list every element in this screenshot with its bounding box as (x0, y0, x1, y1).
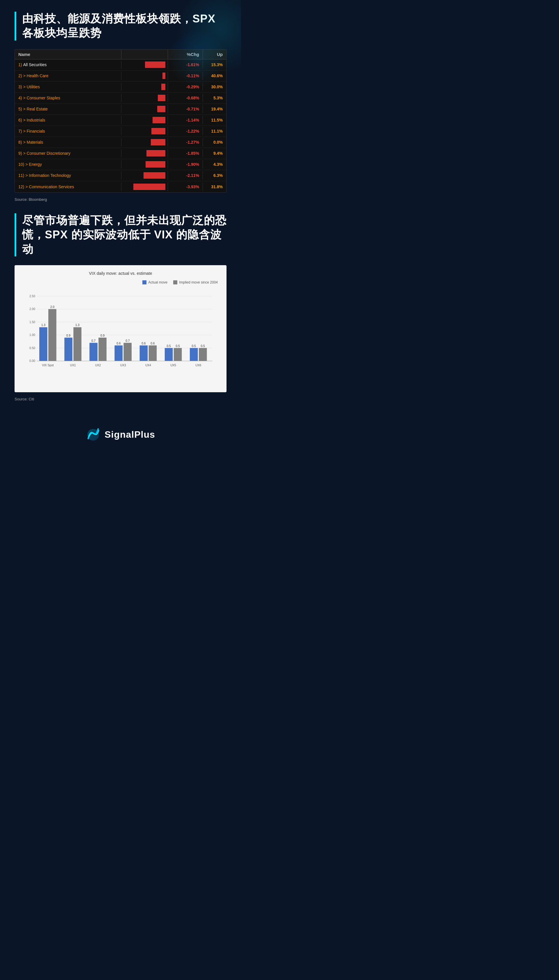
svg-rect-44 (199, 348, 207, 361)
chart-svg: 0.000.501.001.502.002.501.32.0VIX Spot0.… (23, 287, 218, 381)
cell-pct: -1.90% (168, 160, 203, 168)
table-row: 9)> Consumer Discretionary-1.85%9.4% (15, 148, 226, 159)
svg-text:2.00: 2.00 (30, 307, 35, 311)
svg-text:0.5: 0.5 (192, 344, 196, 347)
svg-text:UX2: UX2 (95, 364, 101, 367)
svg-rect-14 (48, 309, 56, 361)
cell-name: 9)> Consumer Discretionary (15, 149, 121, 158)
table-row: 4)> Consumer Staples-0.68%5.3% (15, 93, 226, 104)
table-row: 1)All Securities-1.61%15.3% (15, 60, 226, 71)
section2-title-block: 尽管市场普遍下跌，但并未出现广泛的恐慌，SPX 的实际波动低于 VIX 的隐含波… (15, 213, 227, 257)
svg-text:VIX Spot: VIX Spot (42, 364, 54, 367)
cell-up: 31.8% (203, 183, 226, 191)
cell-bar (121, 182, 168, 191)
cell-pct: -0.29% (168, 83, 203, 91)
legend-actual-label: Actual move (148, 280, 167, 284)
cell-up: 9.4% (203, 149, 226, 158)
svg-text:2.50: 2.50 (30, 295, 35, 298)
svg-rect-42 (190, 348, 198, 361)
svg-text:UX6: UX6 (195, 364, 201, 367)
footer-brand-name: SignalPlus (104, 429, 155, 440)
col-header-bar (121, 50, 168, 59)
col-header-pct: %Chg (168, 50, 203, 59)
cell-up: 4.3% (203, 160, 226, 168)
svg-text:0.6: 0.6 (142, 342, 146, 345)
cell-up: 40.6% (203, 72, 226, 80)
vix-chart-wrapper: VIX daily move: actual vs. estimate Actu… (15, 265, 227, 392)
cell-pct: -1.61% (168, 61, 203, 69)
svg-text:UX4: UX4 (145, 364, 151, 367)
cell-up: 0.0% (203, 138, 226, 146)
cell-bar (121, 60, 168, 69)
footer: SignalPlus (15, 419, 227, 442)
cell-up: 5.3% (203, 94, 226, 102)
cell-name: 3)> Utilities (15, 83, 121, 91)
svg-text:1.3: 1.3 (41, 323, 45, 327)
table-row: 12)> Communication Services-3.93%31.8% (15, 181, 226, 192)
legend-implied-box (173, 280, 177, 284)
svg-text:0.9: 0.9 (101, 334, 104, 337)
legend-actual: Actual move (142, 280, 167, 284)
svg-point-48 (88, 429, 99, 441)
table-header: Name %Chg Up (15, 50, 226, 60)
svg-rect-39 (174, 348, 182, 361)
svg-text:0.5: 0.5 (167, 344, 170, 347)
cell-up: 11.5% (203, 116, 226, 124)
svg-rect-19 (73, 327, 81, 361)
svg-rect-12 (39, 327, 48, 361)
section2-source: Source: Citi (15, 397, 227, 401)
svg-rect-34 (149, 345, 157, 361)
svg-text:2.0: 2.0 (50, 305, 55, 308)
cell-pct: -0.11% (168, 72, 203, 80)
cell-bar (121, 149, 168, 158)
page-wrapper: 由科技、能源及消费性板块领跌，SPX 各板块均呈跌势 Name %Chg Up … (0, 0, 241, 980)
cell-bar (121, 83, 168, 91)
cell-name: 11)> Information Technology (15, 171, 121, 179)
cell-name: 4)> Consumer Staples (15, 94, 121, 102)
section1-source: Source: Bloomberg (15, 197, 227, 202)
cell-pct: -3.93% (168, 183, 203, 191)
cell-name: 7)> Financials (15, 127, 121, 135)
cell-pct: -0.71% (168, 105, 203, 113)
table-row: 2)> Health Care-0.11%40.6% (15, 71, 226, 81)
cell-bar (121, 116, 168, 124)
col-header-name: Name (15, 50, 121, 59)
svg-text:1.3: 1.3 (75, 323, 79, 327)
svg-text:0.5: 0.5 (201, 344, 205, 347)
cell-pct: -1.22% (168, 127, 203, 135)
cell-up: 15.3% (203, 61, 226, 69)
chart-area: 0.000.501.001.502.002.501.32.0VIX Spot0.… (23, 287, 218, 381)
svg-text:UX1: UX1 (70, 364, 76, 367)
legend-implied: Implied move since 2004 (173, 280, 218, 284)
table-row: 3)> Utilities-0.29%30.0% (15, 81, 226, 93)
table-row: 7)> Financials-1.22%11.1% (15, 126, 226, 137)
cell-bar (121, 71, 168, 80)
svg-text:0.5: 0.5 (175, 344, 180, 347)
svg-text:0.00: 0.00 (30, 359, 35, 363)
svg-rect-37 (165, 348, 173, 361)
cell-bar (121, 104, 168, 113)
cell-bar (121, 93, 168, 102)
svg-text:1.00: 1.00 (30, 333, 35, 337)
bloomberg-table: Name %Chg Up 1)All Securities-1.61%15.3%… (15, 49, 227, 192)
table-row: 5)> Real Estate-0.71%19.4% (15, 104, 226, 115)
cell-name: 5)> Real Estate (15, 105, 121, 113)
cell-name: 2)> Health Care (15, 72, 121, 80)
chart-title: VIX daily move: actual vs. estimate (23, 271, 218, 276)
svg-text:UX5: UX5 (170, 364, 176, 367)
table-body: 1)All Securities-1.61%15.3%2)> Health Ca… (15, 60, 226, 192)
cell-name: 10)> Energy (15, 160, 121, 168)
cell-bar (121, 171, 168, 180)
cell-name: 1)All Securities (15, 61, 121, 69)
cell-pct: -2.11% (168, 171, 203, 179)
svg-rect-22 (89, 343, 98, 361)
cell-up: 11.1% (203, 127, 226, 135)
svg-rect-29 (124, 343, 132, 361)
svg-text:0.50: 0.50 (30, 347, 35, 350)
cell-up: 30.0% (203, 83, 226, 91)
svg-rect-24 (98, 338, 107, 361)
cell-pct: -1.85% (168, 149, 203, 158)
cell-name: 8)> Materials (15, 138, 121, 146)
col-header-up: Up (203, 50, 226, 59)
svg-rect-27 (114, 345, 122, 361)
